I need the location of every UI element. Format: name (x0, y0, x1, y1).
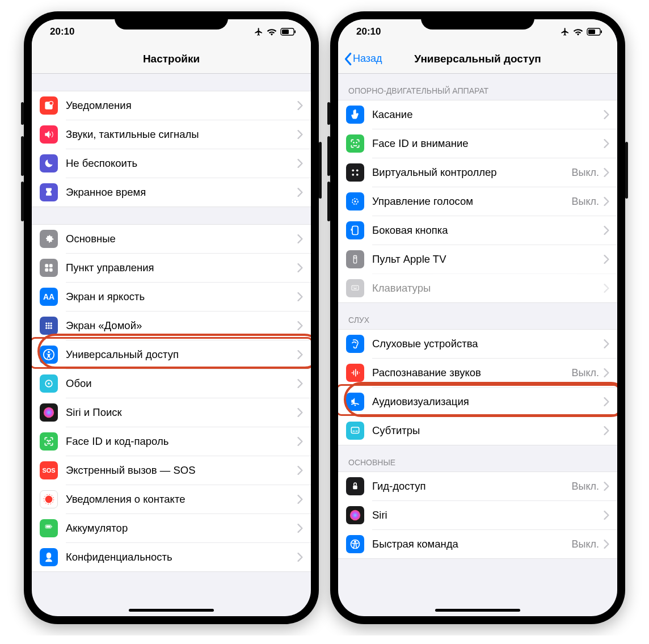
row-label: Аудиовизуализация (372, 395, 604, 408)
svg-point-36 (356, 169, 359, 171)
back-label: Назад (353, 53, 382, 65)
display-icon: AA (40, 288, 58, 306)
back-button[interactable]: Назад (343, 52, 382, 66)
row-value: Выкл. (571, 367, 599, 379)
settings-row[interactable]: Face ID и внимание (372, 129, 617, 158)
row-label: Уведомления (66, 99, 297, 112)
row-value: Выкл. (571, 538, 599, 550)
row-label: Экранное время (66, 186, 297, 199)
row-label: Пункт управления (66, 262, 297, 274)
sounds-icon (40, 125, 58, 144)
chevron-right-icon (604, 110, 609, 119)
settings-row[interactable]: Siri и Поиск (66, 398, 311, 427)
section-header-hearing: СЛУХ (338, 303, 617, 329)
svg-rect-45 (352, 285, 359, 290)
settings-row[interactable]: Аудиовизуализация (372, 387, 617, 416)
settings-row[interactable]: Боковая кнопка (372, 216, 617, 245)
row-label: Касание (372, 108, 604, 121)
row-label: Звуки, тактильные сигналы (66, 128, 297, 141)
svg-point-50 (355, 405, 356, 406)
settings-row[interactable]: Пункт управления (66, 253, 311, 282)
svg-rect-31 (588, 30, 595, 34)
settings-row[interactable]: Уведомления о контакте (66, 485, 311, 513)
svg-rect-42 (351, 229, 352, 231)
status-icons (560, 27, 602, 36)
settings-row[interactable]: Пульт Apple TV (372, 245, 617, 273)
keyboards-icon (346, 279, 364, 297)
chevron-left-icon (343, 52, 353, 66)
audio-visual-icon (346, 393, 364, 411)
svg-rect-7 (45, 268, 48, 272)
settings-row[interactable]: Распознавание звуковВыкл. (372, 358, 617, 387)
notifications-icon (40, 96, 58, 115)
svg-point-16 (48, 327, 49, 329)
battery-icon (40, 519, 58, 537)
settings-row[interactable]: Обои (66, 369, 311, 398)
settings-row[interactable]: Субтитры (372, 416, 617, 445)
screen-left: 20:10 Настройки УведомленияЗвуки, тактил… (32, 19, 311, 616)
settings-row[interactable]: Аккумулятор (66, 513, 311, 542)
chevron-right-icon (297, 408, 303, 417)
svg-point-13 (48, 325, 49, 326)
chevron-right-icon (297, 437, 303, 446)
home-indicator[interactable] (129, 609, 214, 612)
row-label: Обои (66, 377, 297, 390)
svg-point-55 (350, 510, 360, 520)
settings-list[interactable]: УведомленияЗвуки, тактильные сигналыНе б… (32, 74, 311, 616)
settings-row[interactable]: Слуховые устройства (338, 330, 617, 358)
screentime-icon (40, 183, 58, 201)
faceid-attention-icon (346, 134, 364, 153)
chevron-right-icon (604, 482, 609, 491)
settings-row[interactable]: Виртуальный контроллерВыкл. (372, 158, 617, 187)
settings-row[interactable]: Основные (32, 225, 311, 253)
svg-point-22 (44, 407, 54, 418)
settings-row[interactable]: Касание (338, 100, 617, 129)
settings-row[interactable]: Face ID и код-пароль (66, 427, 311, 456)
chevron-right-icon (604, 511, 609, 520)
settings-row[interactable]: Экран «Домой» (66, 311, 311, 340)
chevron-right-icon (297, 292, 303, 301)
row-label: Субтитры (372, 424, 604, 437)
accessibility-list[interactable]: ОПОРНО-ДВИГАТЕЛЬНЫЙ АППАРАТ КасаниеFace … (338, 74, 617, 616)
settings-row[interactable]: Звуки, тактильные сигналы (66, 120, 311, 149)
row-label: Пульт Apple TV (372, 253, 604, 266)
svg-rect-41 (352, 226, 358, 235)
row-label: Основные (66, 233, 297, 245)
svg-rect-49 (353, 288, 356, 289)
settings-row[interactable]: Универсальный доступ (66, 340, 311, 369)
settings-row[interactable]: Гид-доступВыкл. (338, 472, 617, 500)
row-label: Виртуальный контроллер (372, 166, 571, 179)
settings-row[interactable]: Клавиатуры (372, 273, 617, 302)
svg-rect-46 (353, 287, 353, 287)
status-bar: 20:10 (32, 19, 311, 44)
settings-row[interactable]: Экранное время (66, 178, 311, 207)
row-label: Универсальный доступ (66, 348, 297, 361)
row-label: Управление голосом (372, 195, 571, 208)
svg-rect-2 (294, 31, 296, 33)
settings-row[interactable]: AAЭкран и яркость (66, 282, 311, 311)
control-center-icon (40, 259, 58, 277)
settings-row[interactable]: SOSЭкстренный вызов — SOS (66, 456, 311, 485)
touch-icon (346, 106, 364, 124)
dnd-icon (40, 154, 58, 172)
sound-rec-icon (346, 364, 364, 382)
row-label: Гид-доступ (372, 480, 571, 493)
svg-point-38 (356, 174, 359, 176)
status-time: 20:10 (50, 26, 74, 37)
settings-row[interactable]: Управление голосомВыкл. (372, 187, 617, 216)
settings-row[interactable]: Уведомления (32, 91, 311, 120)
battery-icon-status (587, 28, 602, 36)
svg-rect-51 (351, 427, 359, 433)
settings-row[interactable]: Не беспокоить (66, 149, 311, 178)
settings-row[interactable]: Быстрая командаВыкл. (372, 529, 617, 558)
svg-point-9 (45, 322, 47, 324)
siri-icon2 (346, 506, 364, 524)
home-indicator[interactable] (435, 609, 520, 612)
svg-rect-1 (282, 30, 289, 34)
settings-row[interactable]: Конфиденциальность (66, 542, 311, 571)
settings-row[interactable]: Siri (372, 500, 617, 529)
row-label: Слуховые устройства (372, 338, 604, 350)
svg-point-12 (45, 325, 47, 326)
svg-rect-52 (353, 431, 355, 432)
chevron-right-icon (604, 168, 609, 177)
